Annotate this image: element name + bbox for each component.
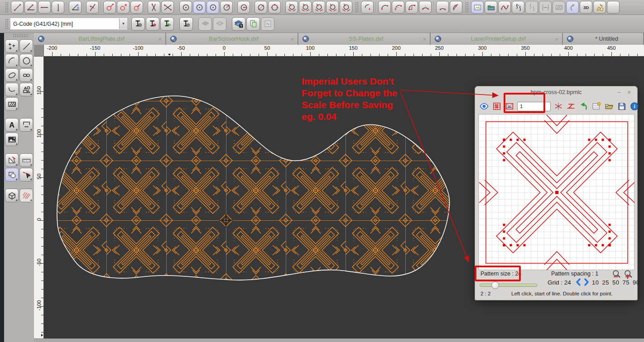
pattern-size-slider[interactable] (480, 281, 538, 289)
combo-dropdown-icon[interactable]: ▼ (119, 19, 127, 29)
line-button[interactable] (11, 1, 24, 14)
view-3d-button[interactable]: 3D (580, 1, 592, 14)
arc-pillar-button[interactable] (419, 1, 432, 14)
zoom-in-icon[interactable] (624, 270, 633, 279)
path-skew-button[interactable] (512, 1, 524, 14)
save-disk-button[interactable] (616, 100, 628, 112)
blank-button[interactable] (607, 1, 620, 14)
info-circle-button[interactable]: i (629, 100, 640, 112)
trim-arrow-button[interactable] (19, 168, 33, 181)
grid-preset-50[interactable]: 50 (612, 279, 619, 286)
ellipse-shape-button[interactable] (5, 68, 19, 82)
arc-open-button[interactable] (436, 1, 449, 14)
tab-untitled[interactable]: * Untitled (563, 33, 644, 45)
open-folder-button[interactable] (603, 100, 615, 112)
grid-prev-button[interactable] (575, 278, 582, 286)
image-red-button[interactable] (504, 100, 515, 112)
poly-shapes-button[interactable] (19, 83, 33, 96)
points-plus-button[interactable] (5, 39, 19, 53)
circle-shape-button[interactable] (19, 54, 33, 67)
toolbar-grip[interactable] (355, 1, 359, 13)
workpiece-outline[interactable] (57, 96, 450, 280)
circle-center-dot-2-button[interactable] (193, 1, 206, 14)
z-snap-button[interactable] (565, 100, 577, 112)
undo-curl-button[interactable] (566, 1, 579, 14)
pattern-preview[interactable] (478, 114, 634, 270)
arc-curve-button[interactable] (5, 54, 19, 67)
grid-preset-90[interactable]: 90 (633, 279, 639, 286)
tab-barliftingplate-dxf[interactable]: BarLiftingPlate.dxf× (34, 33, 166, 45)
hatch-red-button[interactable] (19, 189, 33, 202)
tool-export-button[interactable] (146, 17, 159, 31)
tool-settings-button[interactable] (131, 17, 145, 31)
circle-two-point-button[interactable] (255, 1, 267, 14)
letter-n-button[interactable]: N (261, 17, 274, 31)
toolbar-grip[interactable] (5, 1, 9, 13)
boolean-shapes-button[interactable] (5, 168, 19, 181)
tab-barscissorhook-dxf[interactable]: BarScissorHook.dxf× (166, 33, 298, 45)
slider-handle[interactable] (491, 281, 499, 289)
arc-corner-button[interactable] (392, 1, 404, 14)
tab-close-button[interactable]: × (290, 36, 294, 42)
curve-hook-button[interactable] (5, 83, 19, 96)
hatch-fill-button[interactable] (5, 97, 19, 111)
line-angle-button[interactable] (24, 1, 37, 14)
arc-point-curve-button[interactable] (450, 1, 462, 14)
import-folder-button[interactable] (485, 1, 497, 14)
arc-tangent-corner-button[interactable] (405, 1, 418, 14)
line-vertical-button[interactable] (52, 1, 64, 14)
circle-tangent-1-button[interactable] (285, 1, 298, 14)
measure-ruler-button[interactable] (19, 153, 33, 167)
stack-blue-button[interactable]: T (232, 17, 245, 31)
arc-endpoints-button[interactable] (378, 1, 391, 14)
circle-radius-button[interactable] (237, 1, 250, 14)
line-diag-button[interactable] (19, 39, 33, 53)
circle-center-dot-button[interactable] (179, 1, 192, 14)
circle-tangent-3-button[interactable] (312, 1, 325, 14)
image-photo-button[interactable] (5, 133, 19, 146)
circle-tail-button[interactable] (103, 1, 116, 14)
tool-preview-button[interactable] (179, 17, 193, 31)
plate-diamond-button[interactable] (198, 17, 212, 31)
text-a-button[interactable]: A (5, 118, 19, 132)
circle-three-point-button[interactable] (268, 1, 281, 14)
image-frame-button[interactable] (471, 1, 484, 14)
draft-triangle-button[interactable] (5, 153, 19, 167)
postprocessor-select[interactable]: G-Code (G41/G42) [mm] ▼ (10, 18, 127, 29)
dimension-bracket-button[interactable] (19, 118, 33, 132)
arc-small-button[interactable] (361, 1, 374, 14)
slider-track[interactable] (480, 284, 538, 287)
trim-cross-button[interactable] (148, 1, 160, 14)
cross-lines-button[interactable] (161, 1, 174, 14)
circle-center-dot-3-button[interactable] (207, 1, 219, 14)
new-grid-button[interactable] (591, 100, 602, 112)
eye-visibility-button[interactable] (478, 100, 490, 112)
spline-points-button[interactable] (498, 1, 511, 14)
line-horizontal-button[interactable] (38, 1, 51, 14)
stamp-grid-button[interactable]: S (491, 100, 503, 112)
grid-next-button[interactable] (583, 278, 590, 286)
close-button[interactable]: × (625, 86, 634, 99)
tab-laserprintersetup-dxf[interactable]: LaserPrinterSetup.dxf× (431, 33, 563, 45)
spline-loop-button[interactable] (19, 68, 33, 82)
box-3d-button[interactable] (5, 189, 19, 202)
scale-input[interactable] (517, 102, 551, 111)
toolbar-grip[interactable] (465, 1, 469, 13)
tab-ss-plates-dxf[interactable]: SS-Plates.dxf× (298, 33, 431, 45)
minimize-button[interactable]: − (615, 86, 624, 99)
circle-point-button[interactable] (220, 1, 233, 14)
grid-preset-10[interactable]: 10 (592, 279, 599, 286)
grid-preset-75[interactable]: 75 (622, 279, 629, 286)
sidebar-grip[interactable] (13, 34, 28, 37)
angle-reference-button[interactable] (69, 1, 82, 14)
broom-clean-button[interactable] (593, 1, 606, 14)
dimension-gap-button[interactable] (539, 1, 552, 14)
pages-green-button[interactable] (246, 17, 260, 31)
line-perpendicular-button[interactable] (86, 1, 99, 14)
tab-close-button[interactable]: × (158, 36, 162, 42)
circle-angle-button[interactable] (117, 1, 130, 14)
zoom-out-icon[interactable] (612, 270, 621, 279)
grid-preset-25[interactable]: 25 (602, 279, 609, 286)
path-skew-2-button[interactable] (525, 1, 538, 14)
circle-tangent-5-button[interactable] (340, 1, 352, 14)
